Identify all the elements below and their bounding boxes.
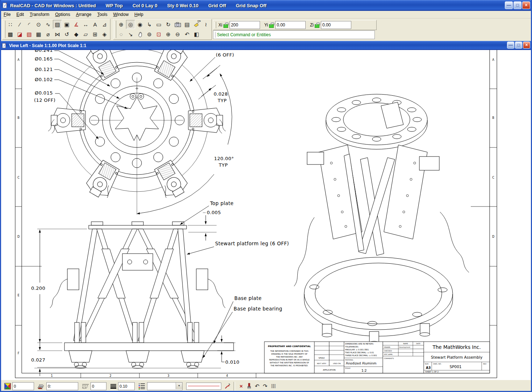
region-tool-button[interactable]: ▦ (34, 30, 43, 39)
sheet-label: SHEET 1 OF 2 (425, 371, 439, 373)
flashlight-icon (194, 22, 200, 27)
measure-ruler-button[interactable]: ▤ (183, 20, 192, 29)
zoom-select-button[interactable]: ◌ (117, 30, 126, 39)
menu-options[interactable]: Options (52, 11, 73, 18)
trim-tool-button[interactable]: ◪ (15, 30, 24, 39)
proprietary-line: THE INFORMATION CONTAINED IN THIS (270, 350, 309, 352)
xi-input[interactable] (230, 21, 260, 29)
eyedropper-button[interactable] (223, 382, 231, 391)
zoom-window-button[interactable]: ⊡ (154, 30, 163, 39)
zoom-out-button[interactable]: ⊖ (173, 30, 182, 39)
text-tool-button[interactable]: A (91, 20, 100, 29)
zoom-tool-button[interactable]: ◎ (126, 20, 135, 29)
solid-tool-button[interactable]: ◆ (72, 30, 81, 39)
view-eye-button[interactable]: ◉ (135, 20, 144, 29)
draw-toolbar: ∷ ∕ ◜ ⊙ ∿ ▨ ▣ ∡ ↔ A ⊿ ▩ ◪ ▧ ▦ ⌀ ⋈ ↺ ◆ ▱ … (2, 19, 110, 40)
walkthrough-button[interactable]: ≀ (201, 20, 210, 29)
zi-lock-icon[interactable] (315, 24, 319, 28)
rotate-tool-button[interactable]: ↺ (62, 30, 71, 39)
material-value: Anodized Aluminm (346, 362, 377, 365)
drawing-canvas[interactable]: A B C D E F A B C D 1 2 3 4 (0, 50, 532, 380)
menu-arrange[interactable]: Arrange (73, 11, 95, 18)
grid-toggle-button[interactable]: ⣿⣿ (269, 382, 277, 391)
hatch-tool-button[interactable]: ▨ (53, 20, 62, 29)
undo-button[interactable]: ↶ (253, 382, 261, 391)
lineweight-icon[interactable] (110, 384, 117, 389)
pan-button[interactable] (135, 30, 144, 39)
color-input[interactable] (12, 382, 34, 390)
yi-input[interactable] (275, 21, 306, 29)
zoom-extents-button[interactable]: ↘ (126, 30, 135, 39)
ucs-axes-button[interactable]: ↳ (145, 20, 154, 29)
hatch-fill-tool-button[interactable]: ▩ (6, 30, 15, 39)
viewport-button[interactable]: ▭ (154, 20, 163, 29)
orbit-view-button[interactable]: ↻ (164, 20, 173, 29)
layer-input[interactable] (46, 382, 78, 390)
menu-window[interactable]: Window (110, 11, 131, 18)
crosshatch-tool-button[interactable]: ▧ (25, 30, 34, 39)
point-tool-button[interactable]: ∷ (6, 20, 15, 29)
xi-lock-icon[interactable] (223, 24, 228, 28)
doc-minimize-button[interactable]: — (507, 42, 514, 49)
flashlight-button[interactable]: ON (192, 20, 201, 29)
style-list-icon[interactable] (138, 383, 146, 389)
yi-group: Yi (264, 21, 306, 29)
zone-letter: E (17, 294, 19, 297)
close-button[interactable]: × (522, 1, 530, 9)
erase-tool-button[interactable]: ⌀ (43, 30, 53, 39)
named-views-button[interactable]: ◧ (192, 30, 201, 39)
dimension-tool-button[interactable]: ∡ (72, 20, 81, 29)
camera-button[interactable] (173, 20, 182, 29)
origin-snap-button[interactable]: ⊕ (117, 20, 126, 29)
mirror-tool-button[interactable]: ⋈ (53, 30, 62, 39)
status-grid-snap: Grid Snap Off (236, 3, 267, 8)
menu-edit[interactable]: Edit (13, 11, 27, 18)
spline-tool-button[interactable]: ∿ (43, 20, 53, 29)
lineweight-input[interactable] (118, 382, 135, 390)
chamfer-tool-button[interactable]: ⊿ (100, 20, 109, 29)
center-star (115, 97, 159, 141)
redo-button[interactable]: ↷ (261, 382, 269, 391)
dropdown-arrow-icon[interactable]: ▼ (176, 383, 182, 389)
view-undo-button[interactable]: ↶ (183, 30, 192, 39)
dim-label: TYP (217, 98, 227, 103)
rev-label: REV (483, 363, 487, 365)
lineweight-group (110, 382, 135, 390)
linetype-input[interactable] (91, 382, 106, 390)
minimize-button[interactable]: — (505, 1, 513, 9)
menu-transform[interactable]: Transform (27, 11, 52, 18)
paintbrush-button[interactable] (245, 382, 253, 391)
layers-icon[interactable] (38, 383, 45, 389)
zoom-in-button[interactable]: ⊕ (164, 30, 173, 39)
arc-tool-button[interactable]: ◜ (25, 20, 34, 29)
linetype-icon[interactable] (82, 384, 89, 389)
dim-label: Ø0.241 (35, 50, 53, 53)
zoom-scale-button[interactable]: ⊚ (145, 30, 154, 39)
linear-dimension-tool-button[interactable]: ↔ (81, 20, 90, 29)
menu-help[interactable]: Help (131, 11, 146, 18)
circle-tool-button[interactable]: ⊙ (34, 20, 43, 29)
yi-lock-icon[interactable] (269, 24, 274, 28)
array-tool-button[interactable]: ⊞ (91, 30, 100, 39)
menu-tools[interactable]: Tools (94, 11, 110, 18)
image-tool-button[interactable]: ▣ (62, 20, 71, 29)
toolbar-zone: ∷ ∕ ◜ ⊙ ∿ ▨ ▣ ∡ ↔ A ⊿ ▩ ◪ ▧ ▦ ⌀ ⋈ ↺ ◆ ▱ … (0, 18, 532, 41)
menu-file[interactable]: File (1, 11, 13, 18)
sheet-tool-button[interactable]: ▱ (81, 30, 90, 39)
zi-input[interactable] (321, 21, 351, 29)
used-on-label: USED ON (333, 363, 340, 364)
line-tool-button[interactable]: ∕ (15, 20, 24, 29)
view-toolbar: ⊕ ◎ ◉ ↳ ▭ ↻ ▤ ON ≀ (113, 19, 212, 40)
maximize-button[interactable]: □ (514, 1, 521, 9)
color-palette-icon[interactable] (4, 383, 11, 389)
explode-tool-button[interactable]: ◈ (100, 30, 109, 39)
dims-note: DIMENSIONS ARE IN METERS (345, 343, 374, 345)
style-dropdown[interactable]: ▼ (147, 382, 183, 390)
doc-close-button[interactable]: × (523, 42, 530, 49)
doc-restore-button[interactable]: □ (515, 42, 522, 49)
line-style-preview (186, 383, 221, 390)
application-label: APPLICATION (323, 369, 336, 371)
command-prompt[interactable]: Select Command or Entities (213, 30, 375, 39)
delete-button[interactable]: × (237, 382, 245, 391)
tol-three-place: THREE PLACE DECIMAL: ± 0.001 (345, 354, 377, 356)
